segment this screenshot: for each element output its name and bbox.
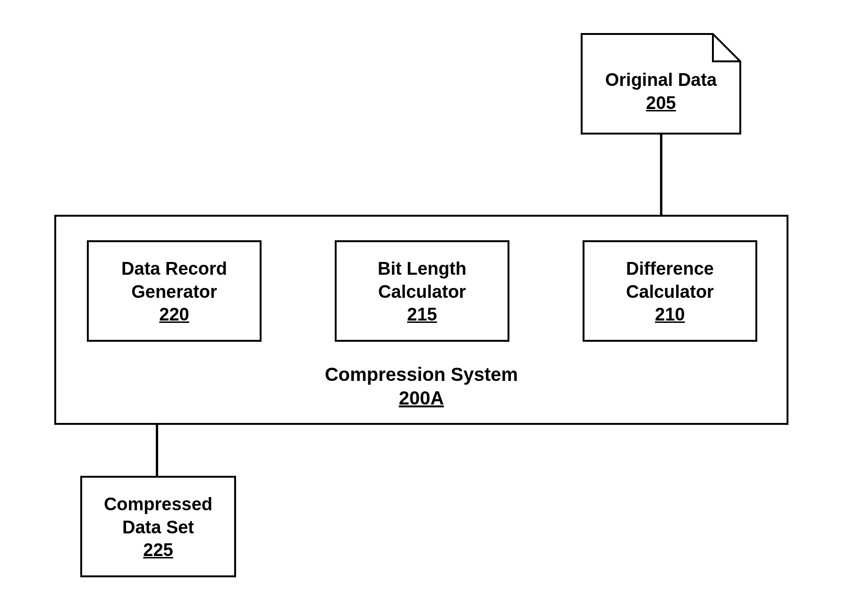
data-record-generator-label1: Data Record [121, 257, 227, 280]
compressed-data-set-box: Compressed Data Set 225 [80, 476, 236, 577]
compression-system-box: Data Record Generator 220 Bit Length Cal… [54, 215, 788, 425]
original-data-number: 205 [646, 93, 676, 113]
difference-calculator-label2: Calculator [626, 280, 714, 304]
data-record-generator-number: 220 [159, 304, 189, 325]
original-data-box: Original Data 205 [581, 33, 741, 135]
bit-length-calculator-label1: Bit Length [378, 257, 466, 280]
compression-system-label-container: Compression System 200A [56, 362, 787, 409]
difference-calculator-label1: Difference [626, 257, 714, 280]
compression-system-label: Compression System [56, 362, 787, 387]
data-record-generator-box: Data Record Generator 220 [87, 240, 262, 342]
bit-length-calculator-label2: Calculator [378, 280, 466, 304]
connector-bottom [156, 425, 158, 476]
difference-calculator-number: 210 [655, 304, 685, 325]
compressed-data-set-number: 225 [143, 540, 173, 560]
data-record-generator-label2: Generator [131, 280, 217, 304]
compression-system-number: 200A [56, 388, 787, 409]
difference-calculator-box: Difference Calculator 210 [583, 240, 757, 342]
compressed-data-set-label1: Compressed [104, 493, 212, 516]
original-data-label: Original Data [605, 68, 717, 92]
diagram-container: Original Data 205 Data Record Generator … [0, 0, 855, 616]
connector-top [660, 135, 662, 215]
bit-length-calculator-number: 215 [407, 304, 437, 325]
compressed-data-set-label2: Data Set [122, 516, 194, 539]
bit-length-calculator-box: Bit Length Calculator 215 [335, 240, 509, 342]
